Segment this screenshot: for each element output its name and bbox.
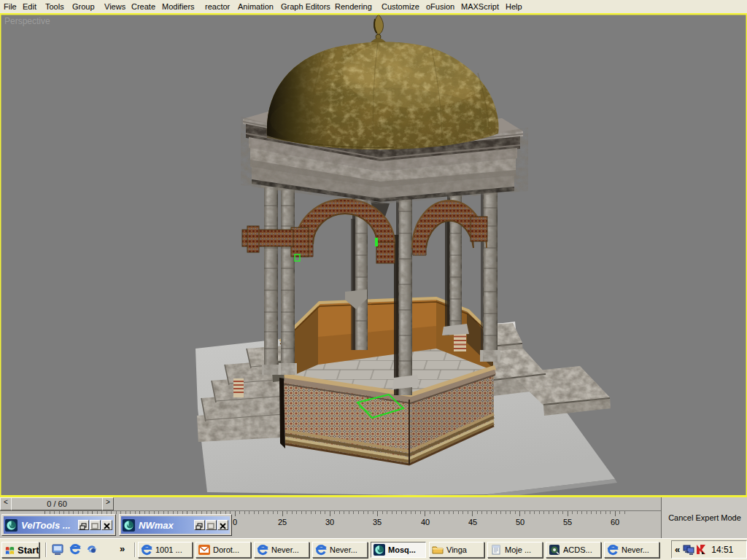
svg-text:Perspective: Perspective <box>4 16 50 26</box>
